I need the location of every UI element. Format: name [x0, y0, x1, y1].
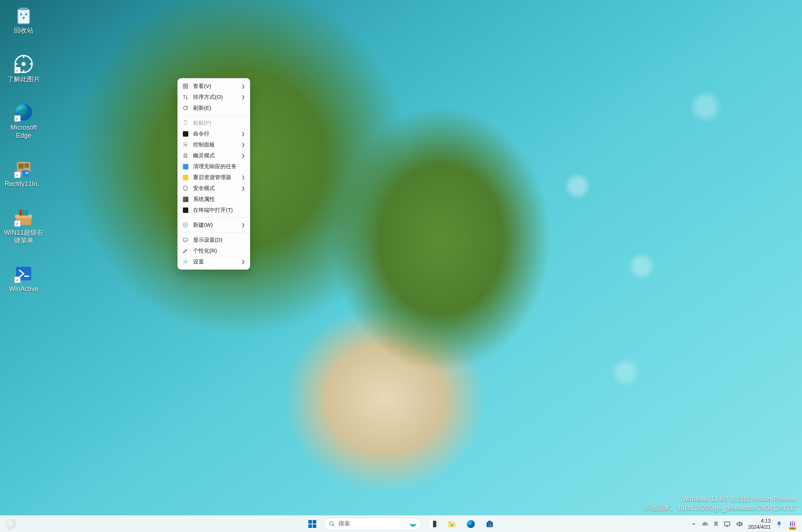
chevron-right-icon: ❯ — [241, 94, 245, 100]
svg-rect-41 — [488, 523, 489, 524]
bowl-icon — [409, 520, 417, 528]
copilot-badge: PRE — [789, 527, 796, 530]
svg-point-32 — [330, 522, 333, 525]
svg-rect-28 — [308, 520, 312, 524]
ctx-item-settings[interactable]: 设置❯ — [178, 256, 250, 267]
start-button[interactable] — [305, 516, 320, 532]
svg-rect-11 — [19, 210, 22, 215]
chevron-right-icon: ❯ — [241, 153, 245, 158]
notifications-button[interactable] — [776, 521, 782, 527]
refresh-icon — [182, 105, 189, 111]
edge-button[interactable] — [463, 516, 478, 532]
taskbar-search[interactable]: 搜索 — [324, 518, 422, 530]
ctx-item-ghost[interactable]: 幽灵模式❯ — [178, 150, 250, 161]
ctx-item-restart-ex[interactable]: 重启资源管理器❯ — [178, 172, 250, 183]
ctx-item-refresh[interactable]: 刷新(E) — [178, 102, 250, 113]
desktop-icons: 回收站 了解此图片 Microsoft Edge Rectify11In... — [4, 5, 44, 293]
ctx-item-cpl[interactable]: 控制面板❯ — [178, 139, 250, 150]
task-view-icon — [429, 520, 437, 528]
taskbar: 搜索 英 — [0, 515, 802, 532]
windows-watermark: Windows 11 IoT 企业版 Insider Preview 评估副本。… — [644, 495, 797, 512]
cmd-icon — [182, 130, 189, 137]
ctx-item-sort[interactable]: 排序方式(O)❯ — [178, 92, 250, 102]
svg-rect-12 — [23, 210, 25, 215]
svg-point-3 — [21, 62, 26, 66]
ctx-item-view[interactable]: 查看(V)❯ — [178, 81, 250, 92]
svg-rect-37 — [451, 524, 453, 526]
ctx-item-label: 粘贴(P) — [193, 120, 245, 126]
ctx-item-terminal[interactable]: 在终端中打开(T) — [178, 205, 250, 215]
edge-icon — [466, 519, 476, 529]
ctx-item-sysprops[interactable]: 系统属性 — [178, 194, 250, 205]
desktop-icon-edge[interactable]: Microsoft Edge — [4, 102, 44, 140]
svg-rect-39 — [486, 522, 493, 527]
search-placeholder: 搜索 — [338, 520, 396, 528]
ctx-item-label: 清理无响应的任务 — [193, 163, 245, 170]
explorer-button[interactable] — [444, 516, 460, 532]
ctx-item-label: 幽灵模式 — [193, 152, 237, 159]
desktop-wallpaper[interactable]: 回收站 了解此图片 Microsoft Edge Rectify11In... — [0, 0, 802, 532]
svg-rect-29 — [313, 520, 316, 524]
ctx-item-cmd[interactable]: 命令行❯ — [178, 128, 250, 139]
desktop-context-menu: 查看(V)❯排序方式(O)❯刷新(E)粘贴(P)命令行❯控制面板❯幽灵模式❯清理… — [177, 78, 250, 270]
ctx-item-label: 设置 — [193, 258, 237, 265]
store-button[interactable] — [482, 516, 497, 532]
gear-icon — [182, 141, 189, 148]
display-icon — [182, 237, 189, 243]
about-image-icon — [13, 54, 34, 74]
ctx-item-display[interactable]: 显示设置(D) — [178, 234, 250, 245]
watermark-line2: 评估副本。 Build 26200.ge_prerelease.240412-1… — [644, 504, 797, 512]
ctx-item-label: 在终端中打开(T) — [193, 207, 245, 214]
svg-rect-1 — [19, 8, 28, 10]
ime-indicator[interactable]: 英 — [714, 521, 718, 526]
svg-rect-13 — [25, 210, 28, 215]
ctx-item-paste: 粘贴(P) — [178, 117, 250, 128]
taskbar-weather-widget[interactable] — [5, 519, 16, 529]
ctx-item-label: 查看(V) — [193, 83, 237, 90]
safemode-icon — [182, 185, 189, 192]
svg-rect-15 — [183, 84, 185, 86]
desktop-icon-rectify11[interactable]: Rectify11In... — [4, 158, 44, 188]
clock-time: 4:12 — [748, 518, 771, 524]
ctx-item-label: 排序方式(O) — [193, 94, 237, 101]
svg-point-27 — [185, 261, 186, 262]
desktop-icon-label: WinActive — [9, 285, 38, 293]
copilot-button[interactable]: PRE — [787, 519, 798, 529]
task-view-button[interactable] — [425, 516, 441, 532]
taskbar-center: 搜索 — [305, 516, 497, 532]
svg-rect-25 — [183, 238, 188, 241]
ctx-item-personal[interactable]: 个性化(R) — [178, 245, 250, 256]
ctx-item-safemode[interactable]: 安全模式❯ — [178, 183, 250, 194]
ctx-item-label: 个性化(R) — [193, 247, 245, 254]
desktop-icon-about-image[interactable]: 了解此图片 — [4, 54, 44, 84]
volume-tray-icon[interactable] — [736, 520, 743, 528]
svg-rect-18 — [186, 86, 188, 88]
explorer-icon — [182, 174, 189, 181]
personalize-icon — [182, 247, 189, 254]
svg-rect-6 — [19, 164, 24, 169]
network-tray-icon[interactable] — [723, 520, 731, 528]
onedrive-tray-icon[interactable] — [701, 520, 709, 528]
chevron-right-icon: ❯ — [241, 84, 245, 89]
weather-icon — [5, 519, 16, 529]
watermark-line1: Windows 11 IoT 企业版 Insider Preview — [644, 495, 797, 503]
ctx-item-kill[interactable]: 清理无响应的任务 — [178, 161, 250, 172]
chevron-right-icon: ❯ — [241, 222, 245, 227]
ctx-item-new[interactable]: 新建(W)❯ — [178, 219, 250, 230]
svg-rect-45 — [724, 522, 730, 525]
rectify11-icon — [13, 158, 34, 179]
desktop-icon-label: WIN11超级右键菜单 — [4, 229, 44, 245]
ghost-icon — [182, 152, 189, 159]
paste-icon — [182, 120, 189, 126]
desktop-icon-recycle-bin[interactable]: 回收站 — [4, 5, 44, 35]
svg-line-33 — [333, 525, 334, 526]
taskbar-clock[interactable]: 4:12 2024/4/21 — [748, 518, 771, 529]
chevron-right-icon: ❯ — [241, 131, 245, 136]
search-icon — [329, 521, 335, 527]
desktop-icon-winactive[interactable]: WinActive — [4, 263, 44, 293]
package-icon — [13, 207, 34, 227]
ctx-item-label: 新建(W) — [193, 222, 237, 229]
desktop-icon-win11-menu[interactable]: WIN11超级右键菜单 — [4, 207, 44, 245]
tray-overflow-button[interactable] — [691, 521, 696, 527]
svg-rect-7 — [24, 164, 29, 168]
